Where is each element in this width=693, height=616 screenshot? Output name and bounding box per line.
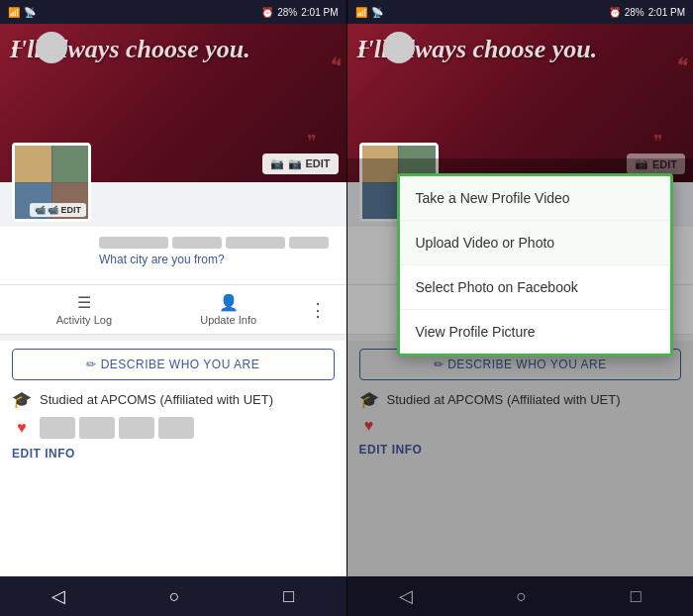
video-icon: 📹: [35, 205, 46, 215]
name-block-4: [289, 237, 329, 249]
nav-back-left[interactable]: ◁: [36, 581, 81, 611]
time-text-right: 2:01 PM: [648, 7, 685, 18]
friend-blocks-left: [40, 417, 194, 439]
profile-pic-left[interactable]: 📹 📹 EDIT: [12, 143, 91, 222]
status-right-right: ⏰ 28% 2:01 PM: [609, 7, 685, 18]
status-bar-left: 📶 📡 ⏰ 28% 2:01 PM: [0, 0, 346, 24]
left-panel: 📶 📡 ⏰ 28% 2:01 PM ← I'll always choose y…: [0, 0, 346, 616]
dropdown-item-new-video[interactable]: Take a New Profile Video: [400, 176, 671, 221]
dropdown-item-select-photo[interactable]: Select Photo on Facebook: [400, 265, 671, 310]
activity-log-button-left[interactable]: ☰ Activity Log: [12, 293, 156, 326]
city-link-left[interactable]: What city are you from?: [99, 253, 335, 266]
profile-info-left: What city are you from?: [0, 227, 346, 276]
back-button-left[interactable]: ←: [8, 38, 26, 58]
hearts-decoration-4: ❞: [653, 131, 663, 153]
update-info-button-left[interactable]: 👤 Update Info: [156, 293, 301, 326]
friend-block-1: [40, 417, 75, 439]
top-nav-right: ←: [347, 28, 694, 67]
friends-item-left: ♥: [12, 417, 335, 439]
dropdown-item-view-profile[interactable]: View Profile Picture: [400, 310, 671, 354]
back-button-right[interactable]: ←: [355, 38, 373, 58]
name-block-3: [226, 237, 285, 249]
wifi-icon: 📡: [24, 7, 36, 18]
top-nav-left: ←: [0, 28, 346, 67]
battery-text: 28%: [277, 7, 297, 18]
name-placeholder-left: [99, 237, 335, 249]
profile-video-dropdown: Take a New Profile Video Upload Video or…: [397, 173, 674, 357]
alarm-icon-right: ⏰: [609, 7, 621, 18]
friend-block-2: [79, 417, 115, 439]
hearts-decoration-2: ❞: [307, 131, 317, 153]
camera-icon: 📷: [270, 157, 284, 170]
dropdown-item-upload[interactable]: Upload Video or Photo: [400, 221, 671, 265]
status-left: 📶 📡: [8, 7, 36, 18]
wifi-icon-right: 📡: [371, 7, 383, 18]
edit-info-button-left[interactable]: EDIT INFO: [12, 447, 335, 461]
signal-icon-right: 📶: [355, 7, 367, 18]
status-left-right: 📶 📡: [355, 7, 383, 18]
pic-cell-1: [15, 146, 51, 182]
signal-icon: 📶: [8, 7, 20, 18]
action-bar-left: ☰ Activity Log 👤 Update Info ⋮: [0, 284, 346, 335]
battery-text-right: 28%: [625, 7, 644, 18]
profile-body-left: ✏ DESCRIBE WHO YOU ARE 🎓 Studied at APCO…: [0, 341, 346, 576]
describe-button-left[interactable]: ✏ DESCRIBE WHO YOU ARE: [12, 349, 335, 380]
alarm-icon: ⏰: [261, 7, 273, 18]
nav-square-left[interactable]: □: [267, 582, 310, 611]
name-block-2: [172, 237, 222, 249]
status-bar-right: 📶 📡 ⏰ 28% 2:01 PM: [347, 0, 694, 24]
nav-home-left[interactable]: ○: [153, 582, 196, 611]
cover-edit-button[interactable]: 📷 📷 EDIT: [262, 154, 338, 174]
studied-item-left: 🎓 Studied at APCOMS (Affiliated with UET…: [12, 390, 335, 409]
avatar-nav-left: [36, 32, 67, 63]
friend-block-3: [119, 417, 154, 439]
status-right: ⏰ 28% 2:01 PM: [261, 7, 338, 18]
school-icon-left: 🎓: [12, 390, 32, 409]
person-icon-left: 👤: [219, 293, 239, 312]
bottom-nav-left: ◁ ○ □: [0, 576, 346, 616]
pic-cell-2: [52, 146, 89, 182]
more-options-button-left[interactable]: ⋮: [301, 295, 335, 325]
heart-icon-left: ♥: [12, 419, 32, 437]
avatar-nav-right: [383, 32, 415, 63]
right-panel: 📶 📡 ⏰ 28% 2:01 PM ← I'll always choose y…: [347, 0, 694, 616]
time-text: 2:01 PM: [301, 7, 338, 18]
friend-block-4: [158, 417, 194, 439]
name-block-1: [99, 237, 168, 249]
list-icon-left: ☰: [77, 293, 91, 312]
profile-pic-edit-button[interactable]: 📹 📹 EDIT: [30, 203, 86, 217]
profile-section-left: 📹 📹 EDIT What city are you from?: [0, 227, 346, 284]
